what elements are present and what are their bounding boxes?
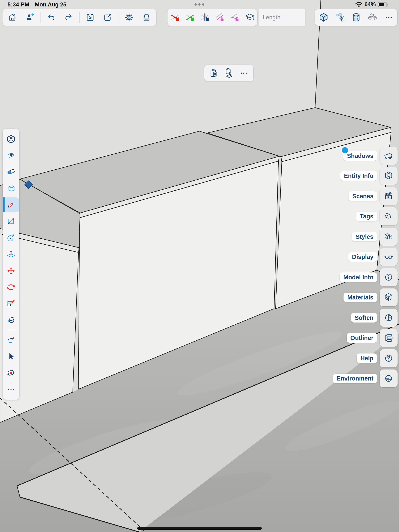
home-button[interactable] <box>5 9 20 26</box>
panel-row-soften: Soften <box>351 309 398 327</box>
import-button[interactable] <box>82 9 98 26</box>
tool-rotate[interactable] <box>3 280 19 295</box>
tool-box-wireframe[interactable] <box>3 181 19 196</box>
tool-select-arrow[interactable] <box>3 349 19 364</box>
scenes-label[interactable]: Scenes <box>348 191 377 201</box>
environment-button[interactable] <box>380 369 398 387</box>
components-icon[interactable] <box>332 9 348 26</box>
model-info-label[interactable]: Model Info <box>340 272 377 282</box>
outliner-button[interactable] <box>380 329 398 347</box>
paste-in-place-button[interactable] <box>224 68 234 78</box>
redo-button[interactable] <box>61 9 76 26</box>
tool-paint-bucket[interactable] <box>3 313 19 328</box>
help-button[interactable] <box>380 349 398 367</box>
wifi-icon <box>355 2 362 7</box>
materials-icon <box>383 292 394 303</box>
outliner-icon <box>383 333 394 343</box>
home-indicator[interactable] <box>137 527 262 530</box>
materials-button[interactable] <box>380 288 398 306</box>
panel-row-styles: Styles <box>352 228 398 246</box>
tags-icon <box>383 211 394 222</box>
soften-button[interactable] <box>380 309 398 327</box>
outliner-label[interactable]: Outliner <box>347 333 377 343</box>
tool-move[interactable] <box>3 263 19 278</box>
shadows-label[interactable]: Shadows <box>343 151 377 161</box>
length-input[interactable] <box>259 14 305 21</box>
shadow-toggle-indicator[interactable] <box>341 146 349 154</box>
shadows-button[interactable] <box>380 147 398 165</box>
styles-icon <box>383 232 394 242</box>
tool-scale[interactable] <box>3 296 19 311</box>
battery-percent: 64% <box>365 1 376 8</box>
axis-lock-red-icon[interactable] <box>167 9 183 26</box>
entity-info-button[interactable] <box>380 167 398 185</box>
model-info-button[interactable] <box>380 268 398 286</box>
soften-icon <box>383 313 394 323</box>
panel-row-scenes: Scenes <box>348 187 398 205</box>
scenes-icon <box>383 191 394 201</box>
instructor-grad-cap-icon[interactable] <box>242 9 257 26</box>
tags-button[interactable] <box>380 207 398 225</box>
display-button[interactable] <box>380 248 398 266</box>
tool-rectangle[interactable] <box>3 214 19 229</box>
help-label[interactable]: Help <box>357 354 377 363</box>
multitasking-dots-icon[interactable] <box>195 3 204 6</box>
materials-label[interactable]: Materials <box>343 293 377 302</box>
view-toolbar <box>315 9 397 26</box>
axis-lock-blue-icon[interactable] <box>197 9 212 26</box>
status-bar: 5:34 PM Mon Aug 25 64% <box>0 0 399 9</box>
solid-box-icon[interactable] <box>316 9 331 26</box>
scenes-button[interactable] <box>380 187 398 205</box>
device-button[interactable] <box>139 9 154 26</box>
undo-button[interactable] <box>44 9 59 26</box>
tags-label[interactable]: Tags <box>356 212 377 221</box>
axis-lock-green-icon[interactable] <box>183 9 197 26</box>
shadows-icon <box>383 151 394 161</box>
more-ellipsis-icon[interactable] <box>239 68 248 78</box>
paste-button[interactable] <box>209 68 219 78</box>
tool-tape-measure[interactable] <box>3 365 19 380</box>
panel-row-entity-info: Entity Info <box>340 167 398 185</box>
angle-lock-magenta-icon[interactable] <box>227 9 242 26</box>
environment-label[interactable]: Environment <box>333 374 377 383</box>
panel-row-outliner: Outliner <box>347 329 398 347</box>
tool-line-pencil[interactable] <box>3 197 19 212</box>
settings-gear-button[interactable] <box>121 9 137 26</box>
tool-rail <box>3 129 19 400</box>
panel-row-help: Help <box>357 349 398 367</box>
paste-toolbar <box>204 65 253 82</box>
more-ellipsis-icon[interactable] <box>381 9 397 26</box>
environment-icon <box>383 373 394 384</box>
tool-push-pull[interactable] <box>3 247 19 262</box>
panel-row-environment: Environment <box>333 369 398 387</box>
rail-divider <box>5 330 17 330</box>
tool-orbit[interactable] <box>3 332 19 348</box>
date: Mon Aug 25 <box>35 1 66 8</box>
tool-lasso-select[interactable] <box>3 148 19 163</box>
add-collaborator-button[interactable] <box>22 9 38 26</box>
display-label[interactable]: Display <box>348 252 377 262</box>
model-viewport[interactable] <box>0 0 399 532</box>
soften-label[interactable]: Soften <box>351 313 377 323</box>
panel-row-shadows: Shadows <box>343 147 398 165</box>
solid-cylinder-icon[interactable] <box>348 9 364 26</box>
clock: 5:34 PM <box>7 1 30 8</box>
entity-info-icon <box>383 171 394 181</box>
styles-label[interactable]: Styles <box>352 232 377 241</box>
export-button[interactable] <box>100 9 115 26</box>
tool-eraser[interactable] <box>3 165 19 180</box>
panel-row-materials: Materials <box>343 288 398 306</box>
parallel-lock-magenta-icon[interactable] <box>212 9 227 26</box>
measurement-box <box>259 9 305 26</box>
cubes-group-icon[interactable] <box>365 9 380 26</box>
battery-icon <box>378 2 388 7</box>
entity-info-label[interactable]: Entity Info <box>340 171 377 181</box>
panel-row-display: Display <box>348 248 398 266</box>
inference-lock-toolbar <box>167 9 257 26</box>
main-toolbar <box>2 9 156 26</box>
tool-sketchup-hexagon[interactable] <box>3 132 19 147</box>
styles-button[interactable] <box>380 228 398 246</box>
tool-more-ellipsis[interactable] <box>3 382 19 397</box>
help-icon <box>383 353 394 363</box>
tool-circle[interactable] <box>3 230 19 245</box>
